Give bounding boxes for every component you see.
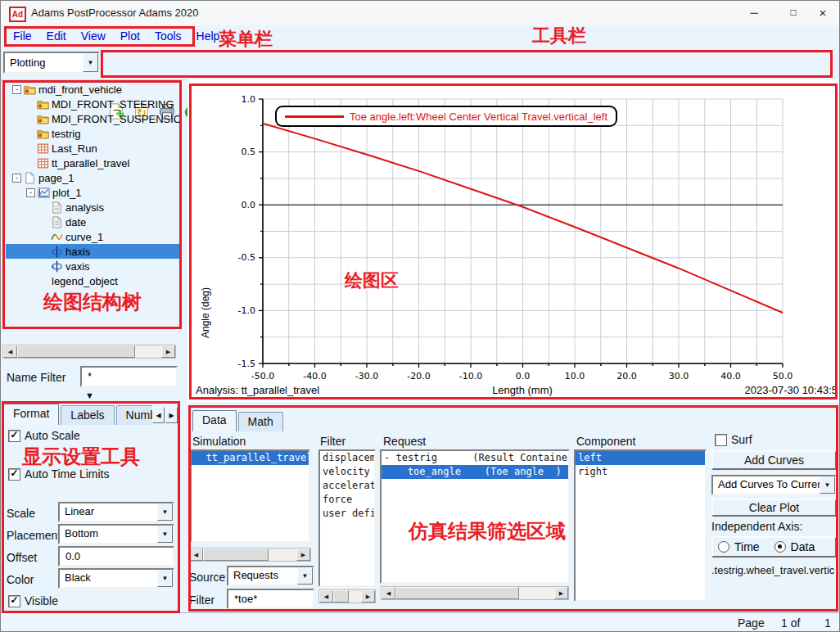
scroll-left-icon[interactable]: ◀ — [319, 590, 333, 603]
name-filter-label: Name Filter — [7, 371, 65, 384]
menu-file[interactable]: File — [6, 28, 39, 44]
tab-scroll-right-icon[interactable]: ▶ — [165, 407, 178, 423]
offset-input[interactable]: 0.0 — [58, 546, 174, 567]
scroll-thumb[interactable] — [203, 548, 269, 561]
tree-item-testrig[interactable]: testrig — [6, 126, 180, 141]
tab-number[interactable]: Number — [116, 405, 152, 425]
tab-labels[interactable]: Labels — [61, 405, 114, 425]
independent-axis-label: Independent Axis: — [711, 520, 802, 533]
clear-plot-button[interactable]: Clear Plot — [711, 499, 837, 517]
scroll-right-icon[interactable]: ▶ — [161, 345, 175, 358]
scroll-right-icon[interactable]: ▶ — [554, 587, 568, 599]
scroll-thumb[interactable] — [333, 590, 349, 603]
scroll-left-icon[interactable]: ◀ — [189, 548, 203, 561]
data-tab-bar: DataMath — [192, 410, 285, 431]
scroll-right-icon[interactable]: ▶ — [296, 548, 310, 561]
tab-data[interactable]: Data — [192, 410, 237, 431]
component-list[interactable]: leftright — [574, 449, 707, 602]
mode-select[interactable]: Plotting ▼ — [3, 52, 100, 74]
auto-scale-checkbox[interactable]: ✓ — [8, 430, 20, 442]
color-select[interactable]: Black ▼ — [58, 568, 174, 589]
scroll-left-icon[interactable]: ◀ — [382, 587, 395, 599]
collapse-icon[interactable]: - — [12, 85, 21, 94]
dropdown-arrow-icon[interactable]: ▼ — [157, 526, 173, 543]
tree-item-date[interactable]: date — [6, 214, 180, 229]
request-hscrollbar[interactable]: ◀ ▶ — [381, 586, 569, 600]
collapse-icon[interactable]: - — [26, 188, 35, 197]
tree-item-plot_1[interactable]: -plot_1 — [6, 185, 180, 200]
menu-tools[interactable]: Tools — [147, 28, 189, 44]
scroll-thumb[interactable] — [395, 587, 519, 599]
tree-item-vaxis[interactable]: vaxis — [6, 259, 180, 273]
placement-select[interactable]: Bottom ▼ — [58, 524, 174, 544]
request-item[interactable]: - testrig (Result Container — [382, 451, 568, 465]
menu-plot[interactable]: Plot — [113, 28, 147, 44]
source-select[interactable]: Requests ▼ — [227, 566, 314, 586]
component-item[interactable]: right — [576, 465, 705, 479]
filter-item[interactable]: displaceme — [320, 451, 374, 465]
pane-splitter-icon[interactable]: ▼ — [85, 390, 94, 400]
tree-item-haxis[interactable]: haxis — [6, 244, 180, 259]
tree-item-curve_1[interactable]: curve_1 — [6, 229, 180, 244]
tab-math[interactable]: Math — [238, 412, 283, 431]
data-radio-label: Data — [791, 540, 815, 553]
menu-edit[interactable]: Edit — [39, 28, 74, 44]
collapse-icon[interactable]: - — [12, 174, 21, 183]
surf-checkbox[interactable] — [715, 434, 727, 446]
auto-time-limits-checkbox[interactable]: ✓ — [8, 468, 20, 481]
filter-item[interactable]: user defin — [320, 507, 374, 521]
app-icon: Ad — [9, 7, 26, 22]
time-radio[interactable] — [718, 541, 729, 553]
tree-hscrollbar[interactable]: ◀ ▶ — [2, 345, 176, 359]
filter-item[interactable]: velocity — [320, 465, 374, 479]
add-mode-select[interactable]: Add Curves To Curren ▼ — [711, 475, 837, 495]
annotation-plot-area: 绘图区 — [345, 269, 399, 293]
svg-text:30.0: 30.0 — [669, 371, 689, 381]
tab-format[interactable]: Format — [3, 404, 59, 425]
tree-item-legend_object[interactable]: legend_object — [6, 273, 180, 288]
plot-area[interactable]: -50.0-40.0-30.0-20.0-10.00.010.020.030.0… — [187, 79, 840, 402]
filter-hscrollbar[interactable]: ◀ ▶ — [318, 589, 376, 603]
scroll-left-icon[interactable]: ◀ — [3, 345, 17, 358]
visible-checkbox[interactable]: ✓ — [8, 595, 20, 607]
tree-item-Last_Run[interactable]: Last_Run — [6, 141, 180, 156]
dropdown-arrow-icon[interactable]: ▼ — [83, 53, 98, 72]
tree-item-mdi_front_vehicle[interactable]: -mdi_front_vehicle — [6, 82, 180, 97]
tree-item-label: Last_Run — [52, 142, 97, 155]
filter-list[interactable]: displacemevelocityacceleratiforceuser de… — [318, 449, 376, 587]
plot-legend[interactable]: Toe angle.left:Wheel Center Vertical Tra… — [275, 106, 617, 127]
component-item[interactable]: left — [576, 451, 705, 465]
tab-scroll-left-icon[interactable]: ◀ — [152, 407, 165, 423]
scroll-thumb[interactable] — [17, 345, 135, 358]
dropdown-arrow-icon[interactable]: ▼ — [297, 567, 313, 585]
scroll-right-icon[interactable]: ▶ — [361, 590, 375, 603]
minimize-icon[interactable]: ─ — [736, 1, 772, 25]
dropdown-arrow-icon[interactable]: ▼ — [820, 476, 835, 494]
tree-item-tt_parallel_travel[interactable]: tt_parallel_travel — [6, 156, 180, 170]
result-filter-input[interactable]: *toe* — [227, 589, 314, 609]
tree-item-label: MDI_FRONT_STEERING — [52, 98, 174, 111]
dropdown-arrow-icon[interactable]: ▼ — [157, 570, 173, 587]
name-filter-input[interactable]: * — [80, 366, 178, 387]
tree-item-label: haxis — [65, 246, 90, 258]
scale-select[interactable]: Linear ▼ — [58, 502, 174, 522]
filter-item[interactable]: accelerati — [320, 479, 374, 493]
menu-view[interactable]: View — [74, 28, 113, 44]
close-icon[interactable]: × — [805, 1, 840, 25]
request-item[interactable]: toe_angle (Toe angle ) — [382, 465, 568, 479]
tree-item-analysis[interactable]: analysis — [6, 200, 180, 214]
simul-item[interactable]: tt_parallel_travel — [192, 451, 309, 465]
simulation-list[interactable]: tt_parallel_travel — [190, 449, 310, 543]
filter-item[interactable]: force — [320, 493, 374, 507]
dropdown-arrow-icon[interactable]: ▼ — [157, 503, 173, 521]
tree-item-MDI_FRONT_STEERING[interactable]: MDI_FRONT_STEERING — [6, 97, 180, 111]
simulation-hscrollbar[interactable]: ◀ ▶ — [188, 548, 311, 562]
tree-item-page_1[interactable]: -page_1 — [6, 170, 180, 185]
request-list[interactable]: - testrig (Result Container toe_angle (T… — [380, 449, 570, 584]
tree-item-MDI_FRONT_SUSPENSIO[interactable]: MDI_FRONT_SUSPENSIO — [6, 111, 180, 126]
plot-canvas: -50.0-40.0-30.0-20.0-10.00.010.020.030.0… — [187, 79, 840, 405]
axis-icon — [51, 260, 63, 273]
source-label: Source — [189, 571, 225, 584]
data-radio[interactable] — [775, 541, 786, 553]
add-curves-button[interactable]: Add Curves — [711, 450, 837, 470]
